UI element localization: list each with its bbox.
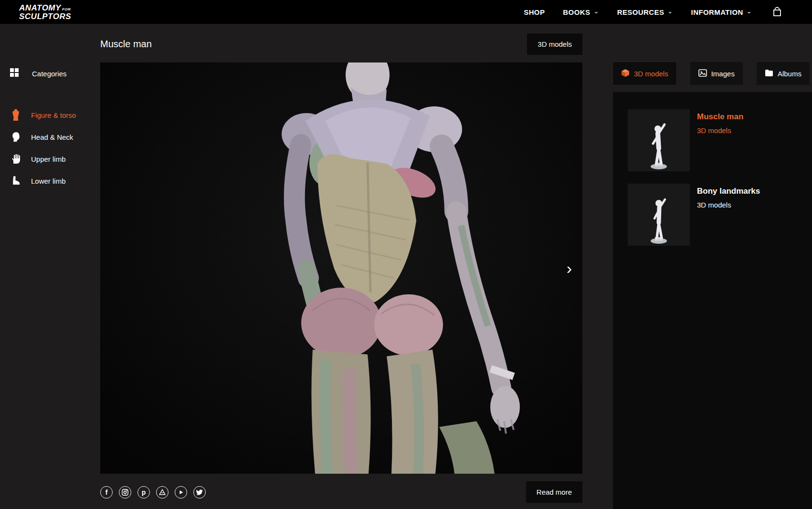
head-icon xyxy=(10,132,22,142)
twitter-icon[interactable] xyxy=(193,486,206,499)
logo-anatomy: ANATOMY xyxy=(19,3,61,12)
tab-albums[interactable]: Albums xyxy=(757,62,810,85)
top-bar: ANATOMYFOR SCULPTORS SHOP BOOKS⌄ RESOURC… xyxy=(0,0,812,24)
category-badge: 3D models xyxy=(527,33,582,55)
sidebar-item-label: Head & Neck xyxy=(31,133,73,141)
read-more-button[interactable]: Read more xyxy=(526,481,582,503)
main-nav: SHOP BOOKS⌄ RESOURCES⌄ INFORMATION⌄ xyxy=(524,8,752,16)
pinterest-icon[interactable]: p xyxy=(137,486,150,499)
page-title: Muscle man xyxy=(100,39,152,50)
hand-icon xyxy=(10,154,22,164)
list-item-muscle-man[interactable]: Muscle man 3D models xyxy=(628,109,812,171)
chevron-down-icon: ⌄ xyxy=(667,8,673,15)
sidebar-item-lower-limb[interactable]: Lower limb xyxy=(10,170,100,192)
tab-images[interactable]: Images xyxy=(690,62,743,85)
logo[interactable]: ANATOMYFOR SCULPTORS xyxy=(19,4,71,21)
svg-text:f: f xyxy=(105,488,108,496)
sidebar-item-head-neck[interactable]: Head & Neck xyxy=(10,126,100,148)
item-subtitle: 3D models xyxy=(697,201,760,209)
folder-icon xyxy=(765,69,773,78)
nav-books[interactable]: BOOKS⌄ xyxy=(563,8,599,16)
instagram-icon[interactable] xyxy=(119,486,131,499)
facebook-icon[interactable]: f xyxy=(100,486,113,499)
muscle-man-render xyxy=(100,62,582,474)
sidebar-item-figure-torso[interactable]: Figure & torso xyxy=(10,104,100,126)
chevron-down-icon: ⌄ xyxy=(593,8,599,15)
item-title: Muscle man xyxy=(697,112,743,122)
sidebar-item-label: Figure & torso xyxy=(31,111,76,119)
nav-resources[interactable]: RESOURCES⌄ xyxy=(617,8,673,16)
cube-icon xyxy=(621,69,630,79)
logo-for: FOR xyxy=(62,7,71,11)
grid-icon xyxy=(10,68,19,79)
model-viewer[interactable]: › xyxy=(100,62,582,474)
right-panel: 3D models Images Albums xyxy=(613,24,812,509)
categories-header[interactable]: Categories xyxy=(10,68,100,79)
categories-label: Categories xyxy=(32,70,67,78)
sidebar-item-label: Lower limb xyxy=(31,177,66,185)
model-list-panel: Muscle man 3D models xyxy=(613,92,812,509)
torso-icon xyxy=(10,109,22,121)
sidebar: Categories Figure & torso Head & Neck Up… xyxy=(0,24,100,509)
logo-sculptors: SCULPTORS xyxy=(19,12,71,21)
media-tabs: 3D models Images Albums xyxy=(613,62,810,85)
google-drive-icon[interactable] xyxy=(156,486,169,499)
nav-shop[interactable]: SHOP xyxy=(524,8,545,16)
nav-information[interactable]: INFORMATION⌄ xyxy=(691,8,752,16)
social-links: f p xyxy=(100,486,206,499)
youtube-icon[interactable] xyxy=(175,486,187,499)
main-area: Muscle man 3D models xyxy=(100,24,582,509)
list-item-bony-landmarks[interactable]: Bony landmarks 3D models xyxy=(628,184,812,246)
item-title: Bony landmarks xyxy=(697,187,760,196)
foot-icon xyxy=(10,176,22,186)
model-thumbnail xyxy=(628,109,690,171)
tab-3d-models[interactable]: 3D models xyxy=(613,62,676,85)
next-arrow-icon[interactable]: › xyxy=(567,260,572,276)
sidebar-item-label: Upper limb xyxy=(31,155,66,163)
sidebar-item-upper-limb[interactable]: Upper limb xyxy=(10,148,100,170)
model-thumbnail xyxy=(628,184,690,246)
shopping-bag-icon[interactable] xyxy=(772,7,782,17)
image-icon xyxy=(698,69,707,79)
item-subtitle: 3D models xyxy=(697,126,743,135)
chevron-down-icon: ⌄ xyxy=(747,8,752,15)
svg-text:p: p xyxy=(142,488,146,496)
